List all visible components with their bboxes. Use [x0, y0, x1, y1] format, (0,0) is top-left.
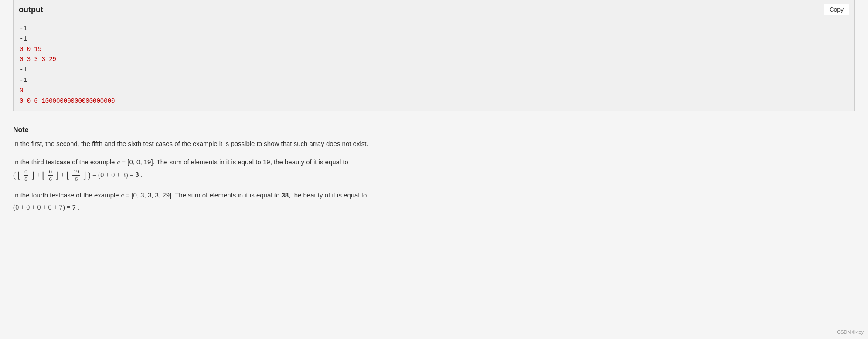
output-line-7: 0 [20, 86, 848, 96]
output-line-6: -1 [20, 75, 848, 86]
output-line-1: -1 [20, 24, 848, 34]
math-a-fourth: a [121, 192, 124, 199]
note-section: Note In the first, the second, the fifth… [13, 122, 855, 213]
output-line-2: -1 [20, 34, 848, 44]
sum-bold: 38 [281, 191, 289, 199]
note-paragraph-3: In the fourth testcase of the example a … [13, 190, 855, 213]
output-line-5: -1 [20, 65, 848, 75]
math-a-third: a [117, 159, 120, 166]
output-line-3: 0 0 19 [20, 44, 848, 55]
note-paragraph-1: In the first, the second, the fifth and … [13, 138, 855, 149]
output-line-4: 0 3 3 3 29 [20, 54, 848, 65]
output-line-8: 0 0 0 10000000000000000000 [20, 96, 848, 107]
fraction-2: 0 6 [48, 168, 53, 182]
output-title: output [19, 5, 43, 14]
fraction-1: 0 6 [24, 168, 28, 182]
copy-button[interactable]: Copy [824, 4, 849, 15]
output-header: output Copy [14, 0, 854, 19]
fraction-3: 19 6 [72, 168, 80, 182]
page-container: output Copy -1 -1 0 0 19 0 3 3 3 29 -1 -… [0, 0, 868, 233]
output-body: -1 -1 0 0 19 0 3 3 3 29 -1 -1 0 0 0 0 10… [14, 19, 854, 111]
csdn-badge: CSDN ®-toy [837, 329, 864, 335]
note-title: Note [13, 126, 855, 134]
note-paragraph-2: In the third testcase of the example a =… [13, 156, 855, 183]
output-section: output Copy -1 -1 0 0 19 0 3 3 3 29 -1 -… [13, 0, 855, 111]
